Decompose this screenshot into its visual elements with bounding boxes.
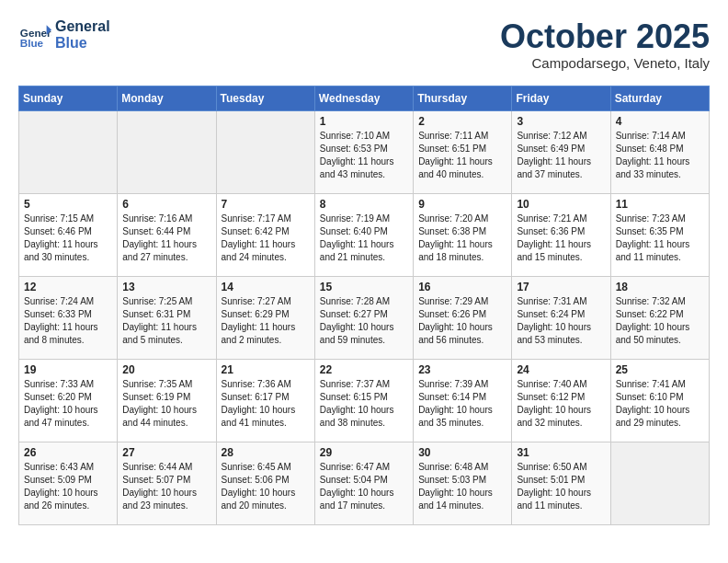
day-info: Sunrise: 6:47 AM Sunset: 5:04 PM Dayligh… [320, 461, 408, 512]
logo-icon: General Blue [18, 18, 51, 52]
day-info: Sunrise: 7:35 AM Sunset: 6:19 PM Dayligh… [122, 378, 210, 430]
day-info: Sunrise: 7:33 AM Sunset: 6:20 PM Dayligh… [24, 378, 112, 430]
day-number: 14 [222, 281, 310, 293]
day-info: Sunrise: 7:28 AM Sunset: 6:27 PM Dayligh… [320, 295, 408, 347]
calendar-cell: 5Sunrise: 7:15 AM Sunset: 6:46 PM Daylig… [19, 193, 118, 276]
logo-line1: General [55, 18, 110, 35]
calendar-cell [19, 110, 118, 193]
logo-line2: Blue [55, 35, 110, 52]
day-info: Sunrise: 7:39 AM Sunset: 6:14 PM Dayligh… [418, 378, 506, 430]
day-info: Sunrise: 7:36 AM Sunset: 6:17 PM Dayligh… [222, 378, 310, 430]
day-info: Sunrise: 7:21 AM Sunset: 6:36 PM Dayligh… [517, 213, 605, 264]
day-info: Sunrise: 6:48 AM Sunset: 5:03 PM Dayligh… [418, 461, 506, 512]
calendar-cell: 21Sunrise: 7:36 AM Sunset: 6:17 PM Dayli… [216, 359, 314, 442]
calendar-cell: 27Sunrise: 6:44 AM Sunset: 5:07 PM Dayli… [118, 442, 216, 524]
calendar-cell: 26Sunrise: 6:43 AM Sunset: 5:09 PM Dayli… [19, 442, 118, 524]
calendar-cell: 8Sunrise: 7:19 AM Sunset: 6:40 PM Daylig… [314, 193, 413, 276]
calendar-cell: 15Sunrise: 7:28 AM Sunset: 6:27 PM Dayli… [314, 276, 413, 359]
day-number: 26 [24, 446, 112, 459]
calendar-cell: 12Sunrise: 7:24 AM Sunset: 6:33 PM Dayli… [19, 276, 118, 359]
day-info: Sunrise: 7:17 AM Sunset: 6:42 PM Dayligh… [222, 213, 310, 264]
calendar-cell [610, 442, 709, 524]
day-number: 20 [122, 363, 210, 376]
day-info: Sunrise: 7:12 AM Sunset: 6:49 PM Dayligh… [517, 130, 605, 181]
day-number: 22 [320, 363, 408, 376]
month-title: October 2025 [500, 18, 710, 55]
calendar-cell: 16Sunrise: 7:29 AM Sunset: 6:26 PM Dayli… [414, 276, 512, 359]
day-number: 21 [222, 363, 310, 376]
day-number: 11 [616, 198, 704, 211]
day-number: 16 [418, 281, 506, 293]
day-number: 29 [320, 446, 408, 459]
day-number: 9 [418, 198, 506, 211]
calendar-cell: 30Sunrise: 6:48 AM Sunset: 5:03 PM Dayli… [414, 442, 512, 524]
day-info: Sunrise: 7:29 AM Sunset: 6:26 PM Dayligh… [418, 295, 506, 347]
calendar-cell: 6Sunrise: 7:16 AM Sunset: 6:44 PM Daylig… [118, 193, 216, 276]
location: Campodarsego, Veneto, Italy [500, 55, 710, 71]
day-header-monday: Monday [118, 86, 216, 110]
calendar-cell [216, 110, 314, 193]
calendar-cell: 3Sunrise: 7:12 AM Sunset: 6:49 PM Daylig… [512, 110, 610, 193]
calendar-cell: 10Sunrise: 7:21 AM Sunset: 6:36 PM Dayli… [512, 193, 610, 276]
day-number: 8 [320, 198, 408, 211]
day-number: 12 [24, 281, 112, 293]
calendar-cell: 20Sunrise: 7:35 AM Sunset: 6:19 PM Dayli… [118, 359, 216, 442]
calendar-cell: 4Sunrise: 7:14 AM Sunset: 6:48 PM Daylig… [610, 110, 709, 193]
day-info: Sunrise: 7:37 AM Sunset: 6:15 PM Dayligh… [320, 378, 408, 430]
day-info: Sunrise: 7:15 AM Sunset: 6:46 PM Dayligh… [24, 213, 112, 264]
day-header-saturday: Saturday [610, 86, 709, 110]
calendar-cell: 28Sunrise: 6:45 AM Sunset: 5:06 PM Dayli… [216, 442, 314, 524]
calendar-cell: 23Sunrise: 7:39 AM Sunset: 6:14 PM Dayli… [414, 359, 512, 442]
day-info: Sunrise: 7:11 AM Sunset: 6:51 PM Dayligh… [418, 130, 506, 181]
day-number: 18 [616, 281, 704, 293]
day-info: Sunrise: 7:10 AM Sunset: 6:53 PM Dayligh… [320, 130, 408, 181]
day-info: Sunrise: 7:41 AM Sunset: 6:10 PM Dayligh… [616, 378, 704, 430]
day-number: 27 [122, 446, 210, 459]
calendar-week-1: 1Sunrise: 7:10 AM Sunset: 6:53 PM Daylig… [19, 110, 710, 193]
calendar-cell: 25Sunrise: 7:41 AM Sunset: 6:10 PM Dayli… [610, 359, 709, 442]
day-number: 25 [616, 363, 704, 376]
day-header-wednesday: Wednesday [314, 86, 413, 110]
calendar-table: SundayMondayTuesdayWednesdayThursdayFrid… [18, 86, 710, 525]
calendar-cell: 29Sunrise: 6:47 AM Sunset: 5:04 PM Dayli… [314, 442, 413, 524]
calendar-header: SundayMondayTuesdayWednesdayThursdayFrid… [19, 86, 710, 110]
calendar-week-2: 5Sunrise: 7:15 AM Sunset: 6:46 PM Daylig… [19, 193, 710, 276]
day-info: Sunrise: 7:31 AM Sunset: 6:24 PM Dayligh… [517, 295, 605, 347]
day-info: Sunrise: 6:45 AM Sunset: 5:06 PM Dayligh… [222, 461, 310, 512]
day-number: 17 [517, 281, 605, 293]
calendar-cell: 13Sunrise: 7:25 AM Sunset: 6:31 PM Dayli… [118, 276, 216, 359]
day-header-sunday: Sunday [19, 86, 118, 110]
day-number: 10 [517, 198, 605, 211]
day-number: 15 [320, 281, 408, 293]
calendar-cell: 31Sunrise: 6:50 AM Sunset: 5:01 PM Dayli… [512, 442, 610, 524]
day-header-thursday: Thursday [414, 86, 512, 110]
calendar-cell: 18Sunrise: 7:32 AM Sunset: 6:22 PM Dayli… [610, 276, 709, 359]
day-header-friday: Friday [512, 86, 610, 110]
day-number: 5 [24, 198, 112, 211]
calendar-cell [118, 110, 216, 193]
calendar-cell: 2Sunrise: 7:11 AM Sunset: 6:51 PM Daylig… [414, 110, 512, 193]
title-block: October 2025 Campodarsego, Veneto, Italy [500, 18, 710, 71]
day-number: 1 [320, 115, 408, 128]
day-number: 13 [122, 281, 210, 293]
day-number: 3 [517, 115, 605, 128]
day-info: Sunrise: 7:40 AM Sunset: 6:12 PM Dayligh… [517, 378, 605, 430]
day-number: 7 [222, 198, 310, 211]
day-number: 2 [418, 115, 506, 128]
day-info: Sunrise: 7:16 AM Sunset: 6:44 PM Dayligh… [122, 213, 210, 264]
day-number: 19 [24, 363, 112, 376]
day-number: 31 [517, 446, 605, 459]
day-info: Sunrise: 7:14 AM Sunset: 6:48 PM Dayligh… [616, 130, 704, 181]
calendar-cell: 11Sunrise: 7:23 AM Sunset: 6:35 PM Dayli… [610, 193, 709, 276]
calendar-week-4: 19Sunrise: 7:33 AM Sunset: 6:20 PM Dayli… [19, 359, 710, 442]
svg-text:Blue: Blue [20, 37, 44, 49]
calendar-week-5: 26Sunrise: 6:43 AM Sunset: 5:09 PM Dayli… [19, 442, 710, 524]
day-info: Sunrise: 6:50 AM Sunset: 5:01 PM Dayligh… [517, 461, 605, 512]
day-number: 6 [122, 198, 210, 211]
day-info: Sunrise: 7:25 AM Sunset: 6:31 PM Dayligh… [122, 295, 210, 347]
day-number: 23 [418, 363, 506, 376]
calendar-cell: 24Sunrise: 7:40 AM Sunset: 6:12 PM Dayli… [512, 359, 610, 442]
calendar-cell: 1Sunrise: 7:10 AM Sunset: 6:53 PM Daylig… [314, 110, 413, 193]
calendar-cell: 9Sunrise: 7:20 AM Sunset: 6:38 PM Daylig… [414, 193, 512, 276]
calendar-cell: 14Sunrise: 7:27 AM Sunset: 6:29 PM Dayli… [216, 276, 314, 359]
